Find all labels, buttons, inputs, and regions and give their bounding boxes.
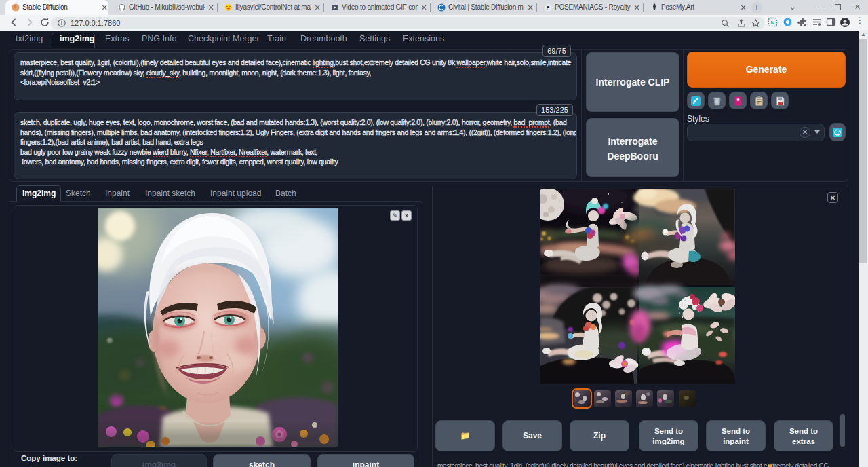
svg-text:N: N [771,20,775,26]
svg-text:P: P [546,5,550,11]
